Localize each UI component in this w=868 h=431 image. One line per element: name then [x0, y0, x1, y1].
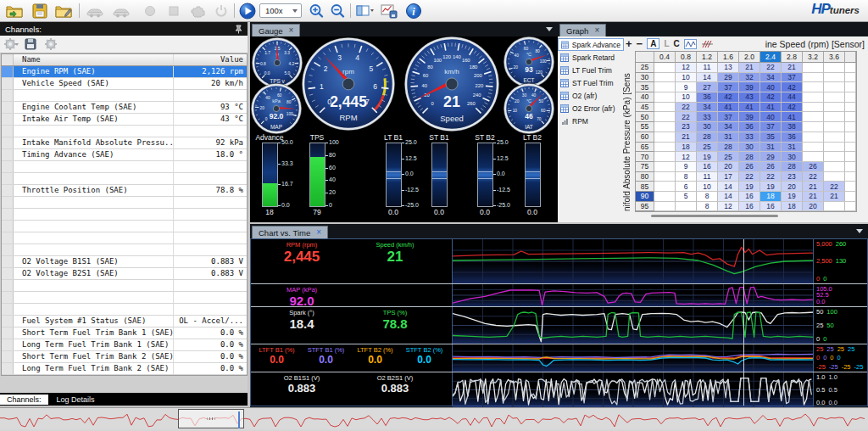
- graph-cell[interactable]: [803, 73, 824, 83]
- graph-cell[interactable]: 20: [803, 202, 824, 212]
- open-edit-icon[interactable]: [54, 2, 73, 20]
- channel-row[interactable]: [2, 126, 247, 137]
- row-header[interactable]: 65: [636, 143, 654, 153]
- bottom-tab-channels-[interactable]: Channels:: [0, 395, 48, 405]
- channel-row[interactable]: [2, 280, 247, 292]
- graph-cell[interactable]: 21: [824, 192, 845, 202]
- graph-cell[interactable]: 11: [697, 172, 718, 182]
- graph-cell[interactable]: [803, 143, 824, 153]
- graph-series-spark-advance[interactable]: Spark Advance: [558, 38, 624, 51]
- graph-cell[interactable]: 5: [676, 192, 697, 202]
- graph-cell[interactable]: [824, 152, 845, 162]
- layout-icon[interactable]: [355, 2, 374, 20]
- col-header[interactable]: 0.8: [676, 52, 697, 63]
- graph-cell[interactable]: 19: [739, 182, 760, 192]
- graph-cell[interactable]: 36: [739, 122, 760, 132]
- graph-cell[interactable]: 30: [782, 152, 803, 162]
- graph-cell[interactable]: 32: [739, 73, 760, 83]
- graph-cell[interactable]: 40: [760, 82, 782, 92]
- graph-cell[interactable]: 37: [782, 73, 803, 83]
- channel-row[interactable]: [2, 173, 247, 185]
- channel-row[interactable]: [2, 232, 247, 244]
- graph-cell[interactable]: [803, 112, 824, 122]
- channel-row[interactable]: Short Term Fuel Trim Bank 1 (SAE)0.0 %: [2, 327, 247, 339]
- col-header[interactable]: 3.2: [803, 52, 824, 63]
- channel-row[interactable]: O2 Voltage B1S1 (SAE)0.883 V: [2, 256, 247, 268]
- graph-cell[interactable]: [803, 132, 824, 143]
- graph-cell[interactable]: 12: [676, 152, 697, 162]
- graph-cell[interactable]: 18: [782, 202, 803, 212]
- graph-cell[interactable]: 36: [697, 92, 718, 103]
- graph-cell[interactable]: 25: [697, 143, 718, 153]
- row-header[interactable]: 95: [636, 202, 654, 212]
- graph-cell[interactable]: [654, 202, 676, 212]
- graph-cell[interactable]: 28: [739, 152, 760, 162]
- graph-cell[interactable]: 17: [718, 172, 739, 182]
- graph-cell[interactable]: 21: [782, 63, 803, 73]
- graph-cell[interactable]: 41: [782, 112, 803, 122]
- graph-cell[interactable]: [824, 162, 845, 172]
- graph-cell[interactable]: [654, 122, 676, 132]
- graph-cell[interactable]: [824, 172, 845, 182]
- channel-row[interactable]: Long Term Fuel Trim Bank 1 (SAE)0.0 %: [2, 339, 247, 351]
- channel-row[interactable]: O2 Voltage B2S1 (SAE)0.883 V: [2, 268, 247, 280]
- graph-series-o2-error--afr-[interactable]: O2 Error (afr): [558, 102, 624, 115]
- graph-cell[interactable]: [654, 92, 676, 103]
- graph-cell[interactable]: 20: [718, 162, 739, 172]
- remove-button[interactable]: −: [637, 38, 643, 49]
- zoom-out-icon[interactable]: [328, 2, 347, 20]
- graph-cell[interactable]: [654, 73, 676, 83]
- graph-cell[interactable]: 42: [782, 82, 803, 92]
- graph-cell[interactable]: 37: [718, 82, 739, 92]
- open-log-icon[interactable]: [5, 2, 24, 20]
- graph-cell[interactable]: 20: [782, 182, 803, 192]
- graph-series-st-fuel-trim[interactable]: ST Fuel Trim: [558, 76, 624, 89]
- tab-chart-vs-time[interactable]: Chart vs. Time ×: [252, 226, 328, 238]
- graph-cell[interactable]: 42: [782, 103, 803, 113]
- graph-cell[interactable]: 33: [739, 132, 760, 143]
- graph-cell[interactable]: 21: [739, 63, 760, 73]
- graph-cell[interactable]: 29: [760, 152, 782, 162]
- auto-button[interactable]: A: [647, 38, 659, 49]
- graph-cell[interactable]: 10: [676, 92, 697, 103]
- graph-cell[interactable]: 28: [782, 162, 803, 172]
- channel-settings-icon[interactable]: [44, 37, 59, 51]
- graph-cell[interactable]: 30: [697, 122, 718, 132]
- graph-cell[interactable]: 12: [718, 202, 739, 212]
- log-overview-strip[interactable]: [0, 407, 868, 429]
- drag-handle-icon[interactable]: [208, 417, 215, 420]
- close-icon[interactable]: ×: [594, 27, 599, 34]
- row-header[interactable]: 45: [636, 103, 654, 113]
- graph-cell[interactable]: [824, 73, 845, 83]
- graph-cell[interactable]: 22: [676, 112, 697, 122]
- graph-cell[interactable]: 34: [697, 103, 718, 113]
- bottom-tab-log-details[interactable]: Log Details: [50, 395, 102, 405]
- chart-cursor[interactable]: [743, 239, 744, 406]
- graph-cell[interactable]: 39: [739, 112, 760, 122]
- graph-cell[interactable]: 12: [676, 63, 697, 73]
- graph-cell[interactable]: 26: [739, 162, 760, 172]
- clear-button[interactable]: C: [674, 39, 680, 48]
- graph-cell[interactable]: [654, 103, 676, 113]
- graph-cell[interactable]: 29: [718, 73, 739, 83]
- graph-cell[interactable]: 14: [697, 73, 718, 83]
- col-header[interactable]: 3.6: [824, 52, 845, 63]
- graph-cell[interactable]: 39: [739, 82, 760, 92]
- col-header[interactable]: 0.4: [654, 52, 676, 63]
- graph-cell[interactable]: 9: [676, 82, 697, 92]
- channel-row[interactable]: Timing Advance (SAE)18.0 °: [2, 149, 247, 161]
- col-header[interactable]: 2.8: [782, 52, 803, 63]
- graph-cell[interactable]: [824, 63, 845, 73]
- graph-cell[interactable]: 31: [782, 143, 803, 153]
- channel-row[interactable]: Engine Coolant Temp (SAE)93 °C: [2, 102, 247, 114]
- graph-cell[interactable]: 38: [782, 122, 803, 132]
- channel-row[interactable]: [2, 244, 247, 256]
- graph-cell[interactable]: 44: [782, 92, 803, 103]
- channel-row[interactable]: Vehicle Speed (SAE)20 km/h: [2, 78, 247, 90]
- channel-row[interactable]: [2, 304, 247, 316]
- row-header[interactable]: 90: [636, 192, 654, 202]
- graph-cell[interactable]: 28: [718, 143, 739, 153]
- chevron-down-icon[interactable]: [546, 27, 553, 31]
- graph-cell[interactable]: [654, 182, 676, 192]
- channel-row[interactable]: [2, 197, 247, 209]
